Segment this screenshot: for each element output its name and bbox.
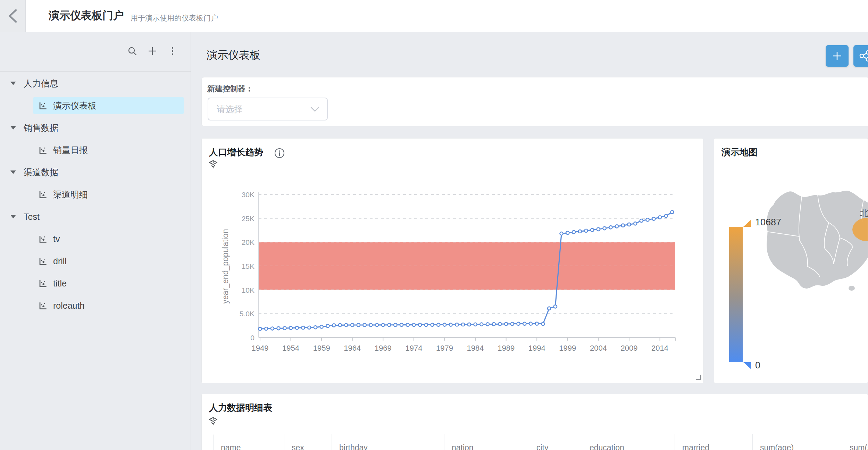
column-header-2[interactable]: birthday <box>332 434 444 450</box>
column-header-7[interactable]: sum(age) <box>752 434 842 450</box>
data-point[interactable] <box>597 228 600 231</box>
data-point[interactable] <box>431 323 434 326</box>
data-point[interactable] <box>258 327 261 330</box>
data-point[interactable] <box>387 323 391 326</box>
sidebar-item-5[interactable]: 渠道明细 <box>0 183 190 206</box>
data-point[interactable] <box>591 228 594 232</box>
data-point[interactable] <box>283 326 286 330</box>
data-point[interactable] <box>578 230 582 233</box>
data-point[interactable] <box>560 232 563 235</box>
data-point[interactable] <box>271 327 274 330</box>
caret-down-icon[interactable] <box>10 215 16 218</box>
sidebar-item-1[interactable]: 演示仪表板 <box>0 94 190 117</box>
controller-select[interactable]: 请选择 <box>208 98 328 120</box>
sidebar-group-4[interactable]: 渠道数据 <box>0 161 190 183</box>
data-point[interactable] <box>277 327 280 330</box>
data-point[interactable] <box>449 323 452 326</box>
data-point[interactable] <box>437 323 440 326</box>
add-icon[interactable] <box>147 45 158 57</box>
data-point[interactable] <box>289 326 292 330</box>
sidebar-item-9[interactable]: title <box>0 272 190 294</box>
data-point[interactable] <box>320 325 323 328</box>
data-point[interactable] <box>658 216 661 219</box>
data-point[interactable] <box>382 323 385 326</box>
data-point[interactable] <box>474 323 477 326</box>
data-point[interactable] <box>665 214 668 217</box>
data-point[interactable] <box>301 326 304 329</box>
data-point[interactable] <box>634 222 637 225</box>
sidebar-group-2[interactable]: 销售数据 <box>0 117 190 139</box>
column-header-5[interactable]: education <box>582 434 675 450</box>
sidebar-item-3[interactable]: 销量日报 <box>0 139 190 161</box>
sidebar-item-10[interactable]: roleauth <box>0 294 190 317</box>
data-point[interactable] <box>572 231 575 234</box>
data-point[interactable] <box>541 322 544 325</box>
data-point[interactable] <box>400 323 403 326</box>
column-header-1[interactable]: sex <box>284 434 332 450</box>
caret-down-icon[interactable] <box>10 126 16 130</box>
caret-down-icon[interactable] <box>10 82 16 85</box>
data-point[interactable] <box>375 323 378 326</box>
data-point[interactable] <box>640 219 643 222</box>
data-point[interactable] <box>418 323 422 326</box>
sidebar-item-8[interactable]: drill <box>0 250 190 272</box>
back-button[interactable] <box>0 0 26 32</box>
data-point[interactable] <box>394 323 397 326</box>
data-point[interactable] <box>406 323 409 326</box>
drag-handle-icon[interactable] <box>208 416 218 427</box>
data-point[interactable] <box>535 322 539 325</box>
data-point[interactable] <box>344 324 348 327</box>
data-point[interactable] <box>308 326 311 329</box>
data-point[interactable] <box>357 323 360 326</box>
data-point[interactable] <box>609 226 612 229</box>
data-point[interactable] <box>351 323 354 326</box>
data-point[interactable] <box>652 217 655 220</box>
data-point[interactable] <box>548 307 551 310</box>
data-point[interactable] <box>504 322 508 325</box>
data-point[interactable] <box>443 323 446 326</box>
data-point[interactable] <box>529 322 532 325</box>
data-point[interactable] <box>554 305 557 308</box>
data-point[interactable] <box>492 323 495 326</box>
data-point[interactable] <box>517 322 520 325</box>
data-point[interactable] <box>425 323 428 326</box>
data-point[interactable] <box>455 323 458 326</box>
data-point[interactable] <box>326 324 329 327</box>
more-vertical-icon[interactable] <box>167 45 178 57</box>
sidebar-group-6[interactable]: Test <box>0 206 190 228</box>
data-point[interactable] <box>566 231 569 234</box>
column-header-3[interactable]: nation <box>444 434 529 450</box>
column-header-8[interactable]: sum(s <box>842 434 868 450</box>
column-header-0[interactable]: name <box>214 434 284 450</box>
data-point[interactable] <box>468 323 471 326</box>
column-header-4[interactable]: city <box>529 434 582 450</box>
data-point[interactable] <box>603 227 606 230</box>
data-point[interactable] <box>646 218 649 221</box>
share-button[interactable] <box>853 45 868 67</box>
data-point[interactable] <box>265 327 268 330</box>
data-point[interactable] <box>511 322 514 325</box>
sidebar-item-7[interactable]: tv <box>0 228 190 250</box>
data-point[interactable] <box>369 323 372 326</box>
data-point[interactable] <box>339 324 342 327</box>
data-point[interactable] <box>523 322 526 325</box>
search-icon[interactable] <box>127 45 138 57</box>
data-point[interactable] <box>615 225 618 228</box>
data-point[interactable] <box>332 324 335 327</box>
data-point[interactable] <box>621 224 625 227</box>
data-point[interactable] <box>486 323 489 326</box>
sidebar-group-0[interactable]: 人力信息 <box>0 72 190 94</box>
resize-handle[interactable] <box>696 375 701 380</box>
data-point[interactable] <box>314 326 317 329</box>
data-point[interactable] <box>627 223 631 226</box>
data-point[interactable] <box>498 323 501 326</box>
data-point[interactable] <box>363 323 366 326</box>
data-point[interactable] <box>461 323 465 326</box>
data-point[interactable] <box>412 323 415 326</box>
data-point[interactable] <box>295 326 299 330</box>
caret-down-icon[interactable] <box>10 170 16 174</box>
add-panel-button[interactable] <box>826 45 849 67</box>
data-point[interactable] <box>584 229 587 232</box>
data-point[interactable] <box>480 323 483 326</box>
column-header-6[interactable]: married <box>675 434 752 450</box>
